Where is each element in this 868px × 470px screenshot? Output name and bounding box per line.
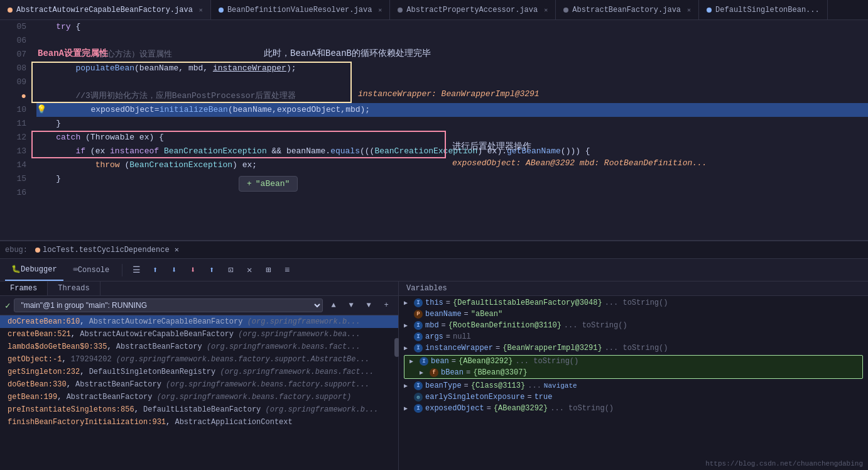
frame-item[interactable]: doCreateBean:610, AbstractAutowireCapabl… [0,315,398,328]
frame-item[interactable]: getObject:-1, 179294202 (org.springframe… [0,353,398,366]
expand-icon-exposedobject[interactable]: ▶ [404,405,411,412]
expand-icon-instancewrapper[interactable]: ▶ [404,344,411,352]
code-editor: 05 06 07 08 09 ● 10 11 12 13 14 15 16 Be… [0,20,868,240]
tab-debugger[interactable]: 🐛 Debugger [5,259,63,281]
line-numbers: 05 06 07 08 09 ● 10 11 12 13 14 15 16 [0,20,31,240]
tab-dot-gray-3 [398,8,403,13]
tab-beandefinition[interactable]: BeanDefinitionValueResolver.java ✕ [211,0,390,19]
expand-icon-bean[interactable]: ▶ [410,358,417,365]
session-label: locTest.testCyclicDependence [43,246,170,254]
toolbar-btn-up[interactable]: ⬆ [148,263,163,278]
frame-item[interactable]: preInstantiateSingletons:856, DefaultLis… [0,403,398,416]
tab-label-1: AbstractAutowireCapableBeanFactory.java [16,6,193,14]
frame-item[interactable]: doGetBean:330, AbstractBeanFactory (org.… [0,378,398,391]
frame-list: doCreateBean:610, AbstractAutowireCapabl… [0,315,398,470]
annotation-box-red [31,131,446,158]
var-item-this[interactable]: ▶ I this = {DefaultListableBeanFactory@3… [399,297,868,309]
frame-item[interactable]: finishBeanFactoryInitialization:931, Abs… [0,416,398,429]
var-item-mbd[interactable]: ▶ I mbd = {RootBeanDefinition@3110} ... … [399,320,868,331]
frames-tab-frames[interactable]: Frames [0,281,48,295]
debug-panel: ebug: locTest.testCyclicDependence ✕ 🐛 D… [0,240,868,470]
var-name-mbd: mbd [425,321,439,330]
thread-nav-down[interactable]: ▼ [344,298,358,312]
var-extra-this: ... toString() [605,298,668,307]
var-navigate-beantype[interactable]: Navigate [544,382,577,390]
popup-value: "aBean" [256,179,290,189]
toolbar-btn-list[interactable]: ☰ [129,263,144,278]
var-item-earlysingleton[interactable]: ⊙ earlySingletonExposure = true [399,391,868,403]
var-icon-mbd: I [414,321,423,330]
var-eq-earlysingleton: = [527,393,531,402]
thread-select-dropdown[interactable]: "main"@1 in group "main": RUNNING [14,298,323,312]
var-extra-mbd: ... toString() [564,321,627,330]
var-icon-exposedobject: I [414,404,423,413]
thread-nav-up[interactable]: ▲ [327,298,340,312]
tab-console[interactable]: ⌨ Console [67,259,116,281]
var-name-beanname: beanName [425,310,462,319]
var-item-beantype[interactable]: ▶ I beanType = {Class@3113} ... Navigate [399,380,868,391]
thread-nav-add[interactable]: + [379,298,393,312]
var-icon-bean: I [420,357,428,366]
frames-tab-threads[interactable]: Threads [48,281,100,295]
tab-abstractbean[interactable]: AbstractBeanFactory.java ✕ [556,0,699,19]
tab-bar: AbstractAutowireCapableBeanFactory.java … [0,0,868,20]
expand-icon-mbd[interactable]: ▶ [404,322,411,329]
var-val-exposedobject: {ABean@3292} [494,404,548,413]
var-val-beantype: {Class@3113} [471,381,525,390]
var-name-this: this [425,298,443,307]
annotation-instance-wrapper: instanceWrapper: BeanWrapperImpl@3291 [358,89,540,99]
annotation-post-process: 进行后置处理器操作 [452,141,531,152]
toolbar-btn-filter[interactable]: ⊡ [223,263,238,278]
var-icon-earlysingleton: ⊙ [414,393,423,402]
popup-plus-icon: + [247,179,252,189]
var-extra-exposedobject: ... toString() [550,404,614,413]
tab-defaultsingleton[interactable]: DefaultSingletonBean... [699,0,828,19]
var-item-beanname[interactable]: P beanName = "aBean" [399,309,868,320]
expand-icon-this[interactable]: ▶ [404,299,411,307]
toolbar-btn-alt[interactable]: ✕ [242,263,257,278]
var-item-args[interactable]: I args = null [399,331,868,342]
code-line-15: } [36,172,868,186]
var-eq-mbd: = [442,321,446,330]
var-name-bean: bean [431,357,449,366]
expand-icon-args [404,334,411,341]
frame-item[interactable]: lambda$doGetBean$0:335, AbstractBeanFact… [0,341,398,353]
frame-item[interactable]: getSingleton:232, DefaultSingletonBeanRe… [0,366,398,378]
var-icon-bbean: f [430,368,438,377]
annotation-exposed-object: exposedObject: ABean@3292 mbd: RootBeanD… [452,158,707,168]
expand-icon-beantype[interactable]: ▶ [404,382,411,390]
tab-abstractproperty[interactable]: AbstractPropertyAccessor.java ✕ [390,0,556,19]
var-val-instancewrapper: {BeanWrapperImpl@3291} [502,344,602,352]
var-icon-args: I [414,332,423,341]
tab-close-2[interactable]: ✕ [378,6,382,14]
toolbar-btn-table[interactable]: ⊞ [261,263,276,278]
var-eq-args: = [446,332,450,341]
var-item-exposedobject[interactable]: ▶ I exposedObject = {ABean@3292} ... toS… [399,403,868,414]
toolbar-btn-down[interactable]: ⬇ [166,263,182,278]
var-name-beantype: beanType [425,381,462,390]
var-item-bean[interactable]: ▶ I bean = {ABean@3292} ... toString() [404,356,862,367]
expand-icon-bbean[interactable]: ▶ [420,369,427,376]
popup-tooltip: + "aBean" [239,176,298,192]
frame-item[interactable]: createBean:521, AbstractAutowireCapableB… [0,328,398,341]
frame-item[interactable]: getBean:199, AbstractBeanFactory (org.sp… [0,391,398,403]
expand-icon-earlysingleton [404,394,411,401]
session-close[interactable]: ✕ [175,245,179,254]
toolbar-btn-up-blue[interactable]: ⬆ [204,263,219,278]
tab-label-5: DefaultSingletonBean... [715,6,820,14]
tab-close-3[interactable]: ✕ [544,6,548,14]
session-tab[interactable]: locTest.testCyclicDependence ✕ [30,241,184,258]
tab-close-4[interactable]: ✕ [687,6,691,14]
tab-abstractautowire[interactable]: AbstractAutowireCapableBeanFactory.java … [0,0,211,19]
tab-close-1[interactable]: ✕ [199,6,203,14]
toolbar-btn-sort[interactable]: ≡ [279,263,295,278]
code-line-10: 💡 exposedObject = initializeBean(beanNam… [36,103,868,117]
var-item-bbean[interactable]: ▶ f bBean = {BBean@3307} [404,367,862,378]
var-icon-this: I [414,298,423,307]
toolbar-btn-down-red[interactable]: ⬇ [185,263,200,278]
thread-nav-filter[interactable]: ▼ [362,298,376,312]
var-eq-bbean: = [466,368,470,377]
var-val-beanname: "aBean" [471,310,502,319]
var-name-instancewrapper: instanceWrapper [425,344,493,352]
var-item-instancewrapper[interactable]: ▶ I instanceWrapper = {BeanWrapperImpl@3… [399,342,868,354]
